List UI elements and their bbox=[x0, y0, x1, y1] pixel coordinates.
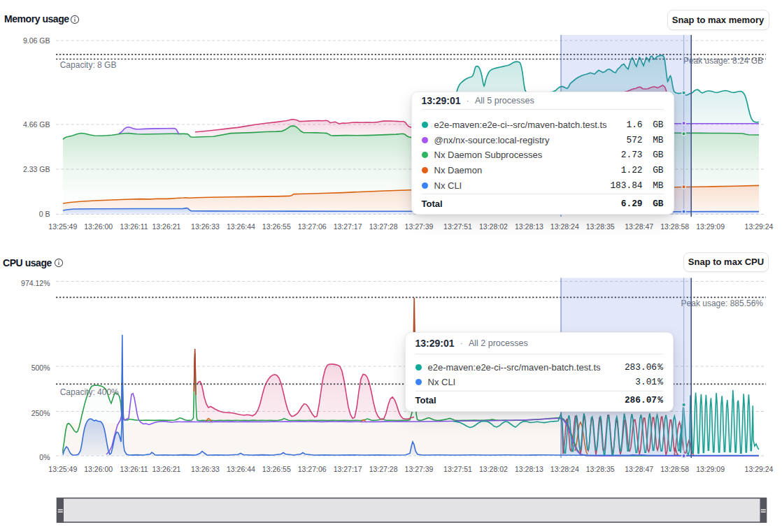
svg-text:13:26:11: 13:26:11 bbox=[120, 222, 148, 231]
svg-text:2.33 GB: 2.33 GB bbox=[23, 165, 50, 173]
svg-text:13:28:47: 13:28:47 bbox=[625, 222, 653, 231]
svg-text:13:26:00: 13:26:00 bbox=[84, 465, 113, 473]
svg-text:13:28:58: 13:28:58 bbox=[660, 465, 689, 473]
svg-text:13:28:35: 13:28:35 bbox=[586, 222, 615, 231]
svg-text:13:26:55: 13:26:55 bbox=[262, 465, 291, 473]
svg-text:13:28:24: 13:28:24 bbox=[550, 222, 579, 231]
svg-text:13:26:44: 13:26:44 bbox=[227, 222, 255, 231]
svg-text:13:29:24: 13:29:24 bbox=[745, 222, 774, 231]
svg-text:4.66 GB: 4.66 GB bbox=[23, 120, 50, 129]
svg-text:0 B: 0 B bbox=[39, 210, 50, 218]
svg-text:13:26:21: 13:26:21 bbox=[152, 222, 180, 231]
svg-text:13:29:09: 13:29:09 bbox=[696, 222, 725, 231]
svg-text:13:28:13: 13:28:13 bbox=[515, 465, 543, 473]
svg-text:13:28:35: 13:28:35 bbox=[586, 465, 615, 473]
svg-text:13:27:06: 13:27:06 bbox=[298, 222, 327, 231]
svg-text:13:26:21: 13:26:21 bbox=[152, 465, 180, 473]
svg-text:13:28:58: 13:28:58 bbox=[660, 222, 689, 231]
svg-text:13:26:55: 13:26:55 bbox=[262, 222, 291, 231]
svg-text:13:27:28: 13:27:28 bbox=[369, 222, 398, 231]
svg-text:13:26:44: 13:26:44 bbox=[227, 465, 255, 473]
svg-text:974.12%: 974.12% bbox=[21, 279, 50, 287]
svg-text:13:26:33: 13:26:33 bbox=[191, 222, 220, 231]
svg-text:13:27:28: 13:27:28 bbox=[369, 465, 398, 473]
svg-text:Capacity: 8 GB: Capacity: 8 GB bbox=[60, 60, 117, 70]
svg-text:500%: 500% bbox=[31, 364, 50, 372]
svg-text:13:25:49: 13:25:49 bbox=[48, 222, 77, 231]
svg-text:13:26:33: 13:26:33 bbox=[191, 465, 220, 473]
svg-text:13:28:02: 13:28:02 bbox=[479, 465, 508, 473]
svg-text:13:28:02: 13:28:02 bbox=[479, 222, 508, 231]
svg-text:13:28:24: 13:28:24 bbox=[550, 465, 579, 473]
svg-text:13:27:17: 13:27:17 bbox=[334, 465, 362, 473]
svg-text:13:26:11: 13:26:11 bbox=[120, 465, 148, 473]
svg-text:13:25:49: 13:25:49 bbox=[48, 465, 77, 473]
svg-text:0%: 0% bbox=[39, 453, 50, 461]
svg-text:13:26:00: 13:26:00 bbox=[84, 222, 113, 231]
svg-text:13:28:47: 13:28:47 bbox=[625, 465, 653, 473]
svg-text:13:27:17: 13:27:17 bbox=[334, 222, 362, 231]
svg-text:13:27:39: 13:27:39 bbox=[405, 465, 434, 473]
svg-text:9.06 GB: 9.06 GB bbox=[23, 36, 50, 45]
svg-text:13:27:51: 13:27:51 bbox=[443, 465, 472, 473]
svg-text:250%: 250% bbox=[31, 409, 50, 417]
svg-text:13:27:06: 13:27:06 bbox=[298, 465, 327, 473]
svg-text:13:28:13: 13:28:13 bbox=[515, 222, 543, 231]
svg-text:13:29:09: 13:29:09 bbox=[696, 465, 725, 473]
svg-text:13:27:51: 13:27:51 bbox=[443, 222, 472, 231]
svg-text:13:29:24: 13:29:24 bbox=[745, 465, 774, 473]
svg-text:Peak usage: 885.56%: Peak usage: 885.56% bbox=[681, 299, 764, 308]
svg-text:13:27:39: 13:27:39 bbox=[405, 222, 434, 231]
svg-text:Capacity: 400%: Capacity: 400% bbox=[60, 387, 119, 397]
svg-text:Peak usage: 8.24 GB: Peak usage: 8.24 GB bbox=[683, 56, 763, 66]
